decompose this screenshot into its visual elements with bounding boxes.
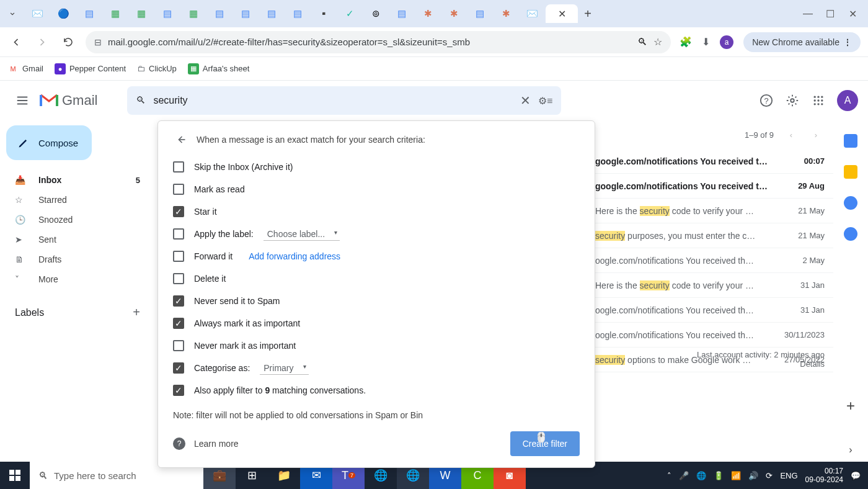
tab-doc5[interactable]: ▤ bbox=[259, 4, 284, 23]
tab-doc4[interactable]: ▤ bbox=[233, 4, 258, 23]
tab-claude1[interactable]: ✱ bbox=[415, 4, 440, 23]
gmail-logo[interactable]: Gmail bbox=[40, 92, 97, 109]
search-box[interactable]: 🔍︎ ✕ ⚙≡ bbox=[127, 86, 561, 115]
tab-doc3[interactable]: ▤ bbox=[207, 4, 232, 23]
checkbox[interactable] bbox=[173, 340, 184, 351]
nav-sent[interactable]: ➤Sent bbox=[6, 230, 149, 249]
keep-icon[interactable] bbox=[844, 165, 857, 179]
tab-pepper[interactable]: 🔵 bbox=[51, 4, 76, 23]
nav-starred[interactable]: ☆Starred bbox=[6, 190, 149, 210]
new-tab-button[interactable]: + bbox=[579, 5, 596, 22]
back-button[interactable] bbox=[7, 34, 25, 51]
bookmark-pepper[interactable]: ●Pepper Content bbox=[55, 63, 126, 74]
checkbox[interactable] bbox=[173, 184, 184, 195]
tab-doc1[interactable]: ▤ bbox=[77, 4, 102, 23]
tab-claude3[interactable]: ✱ bbox=[494, 4, 518, 23]
select-dropdown[interactable]: Primary bbox=[260, 362, 308, 375]
filter-option-2[interactable]: ✓Star it bbox=[173, 200, 580, 223]
reload-button[interactable] bbox=[60, 34, 77, 51]
url-box[interactable]: ⊟ mail.google.com/mail/u/2/#create-filte… bbox=[86, 31, 671, 53]
tab-doc6[interactable]: ▤ bbox=[285, 4, 310, 23]
tab-claude2[interactable]: ✱ bbox=[441, 4, 466, 23]
filter-option-3[interactable]: Apply the label:Choose label... bbox=[173, 223, 580, 245]
tray-notifications-icon[interactable]: 💬 bbox=[851, 471, 861, 480]
add-panel-button[interactable]: + bbox=[846, 397, 855, 415]
tray-battery-icon[interactable]: 🔋 bbox=[714, 471, 724, 480]
tray-globe-icon[interactable]: 🌐 bbox=[696, 471, 706, 480]
calendar-icon[interactable] bbox=[844, 134, 857, 148]
tab-check[interactable]: ✓ bbox=[337, 4, 362, 23]
filter-option-8[interactable]: Never mark it as important bbox=[173, 334, 580, 357]
site-info-icon[interactable]: ⊟ bbox=[94, 37, 102, 47]
checkbox[interactable] bbox=[173, 273, 184, 284]
mail-row[interactable]: Here is the security code to verify your… bbox=[595, 199, 833, 223]
downloads-icon[interactable]: ⬇ bbox=[702, 36, 710, 48]
tab-sheet2[interactable]: ▦ bbox=[129, 4, 154, 23]
checkbox[interactable] bbox=[173, 161, 184, 173]
close-window-button[interactable]: ✕ bbox=[847, 8, 858, 19]
nav-inbox[interactable]: 📥Inbox5 bbox=[6, 170, 149, 190]
bookmark-sheet[interactable]: ▦Arfaa's sheet bbox=[188, 63, 249, 74]
apps-icon[interactable] bbox=[811, 93, 826, 108]
checkbox[interactable]: ✓ bbox=[173, 295, 184, 307]
search-in-page-icon[interactable]: 🔍︎ bbox=[637, 37, 647, 48]
clear-search-icon[interactable]: ✕ bbox=[520, 93, 531, 108]
details-link[interactable]: Details bbox=[697, 359, 825, 369]
nav-drafts[interactable]: 🗎Drafts bbox=[6, 249, 149, 269]
chrome-update-button[interactable]: New Chrome available ⋮ bbox=[743, 32, 861, 52]
extensions-icon[interactable]: 🧩 bbox=[680, 36, 692, 48]
nav-snoozed[interactable]: 🕒Snoozed bbox=[6, 210, 149, 230]
filter-option-4[interactable]: Forward itAdd forwarding address bbox=[173, 245, 580, 267]
tray-wifi-icon[interactable]: 📶 bbox=[731, 471, 741, 480]
mail-row[interactable]: security purposes, you must enter the c…… bbox=[595, 223, 833, 248]
filter-option-6[interactable]: ✓Never send it to Spam bbox=[173, 290, 580, 312]
tab-sheet3[interactable]: ▦ bbox=[181, 4, 206, 23]
select-dropdown[interactable]: Choose label... bbox=[264, 228, 340, 241]
tab-doc2[interactable]: ▤ bbox=[155, 4, 180, 23]
compose-button[interactable]: Compose bbox=[6, 125, 92, 160]
support-icon[interactable]: ? bbox=[759, 93, 774, 108]
contacts-icon[interactable] bbox=[844, 227, 857, 241]
checkbox[interactable]: ✓ bbox=[173, 206, 184, 217]
tray-volume-icon[interactable]: 🔊 bbox=[748, 471, 758, 480]
tray-sync-icon[interactable]: ⟳ bbox=[766, 471, 773, 480]
bookmark-gmail[interactable]: MGmail bbox=[7, 63, 43, 74]
settings-icon[interactable] bbox=[785, 93, 800, 108]
tab-gmail2[interactable]: ✉️ bbox=[520, 4, 544, 23]
checkbox-also-apply[interactable]: ✓ bbox=[173, 385, 184, 396]
tabs-dropdown[interactable] bbox=[5, 6, 20, 21]
checkbox[interactable] bbox=[173, 228, 184, 240]
forwarding-link[interactable]: Add forwarding address bbox=[249, 251, 340, 261]
checkbox[interactable]: ✓ bbox=[173, 362, 184, 374]
forward-button[interactable] bbox=[33, 34, 51, 51]
minimize-button[interactable]: — bbox=[802, 8, 813, 19]
tray-clock[interactable]: 00:17 09-09-2024 bbox=[805, 467, 843, 485]
tab-active[interactable]: ✕ bbox=[546, 4, 578, 23]
account-avatar[interactable]: A bbox=[837, 90, 858, 111]
next-page-button[interactable]: › bbox=[808, 127, 823, 142]
tasks-icon[interactable] bbox=[844, 196, 857, 210]
tab-gmail[interactable]: ✉️ bbox=[25, 4, 50, 23]
mail-row[interactable]: Here is the security code to verify your… bbox=[595, 273, 833, 298]
mail-row[interactable]: oogle.com/notifications You received th…… bbox=[595, 323, 833, 348]
bookmark-clickup[interactable]: 🗀ClickUp bbox=[137, 64, 177, 73]
search-input[interactable] bbox=[153, 95, 513, 106]
filter-option-0[interactable]: Skip the Inbox (Archive it) bbox=[173, 156, 580, 178]
mail-row[interactable]: google.com/notifications You received t…… bbox=[595, 149, 833, 174]
nav-more[interactable]: ˅More bbox=[6, 269, 149, 289]
tab-doc8[interactable]: ▤ bbox=[467, 4, 492, 23]
checkbox[interactable]: ✓ bbox=[173, 318, 184, 329]
tab-doc7[interactable]: ▤ bbox=[389, 4, 414, 23]
collapse-panel-button[interactable]: › bbox=[849, 444, 852, 455]
filter-option-9[interactable]: ✓Categorise as:Primary bbox=[173, 357, 580, 379]
tab-other1[interactable]: ▪️ bbox=[311, 4, 336, 23]
tab-sheet1[interactable]: ▦ bbox=[103, 4, 128, 23]
filter-back-button[interactable] bbox=[173, 132, 188, 147]
chrome-profile[interactable]: a bbox=[720, 35, 733, 49]
add-label-button[interactable]: + bbox=[133, 305, 140, 320]
bookmark-star-icon[interactable]: ☆ bbox=[653, 36, 662, 48]
learn-more-link[interactable]: ? Learn more bbox=[173, 437, 239, 450]
filter-option-1[interactable]: Mark as read bbox=[173, 178, 580, 200]
start-button[interactable] bbox=[0, 462, 30, 489]
tray-mic-icon[interactable]: 🎤 bbox=[679, 471, 689, 480]
